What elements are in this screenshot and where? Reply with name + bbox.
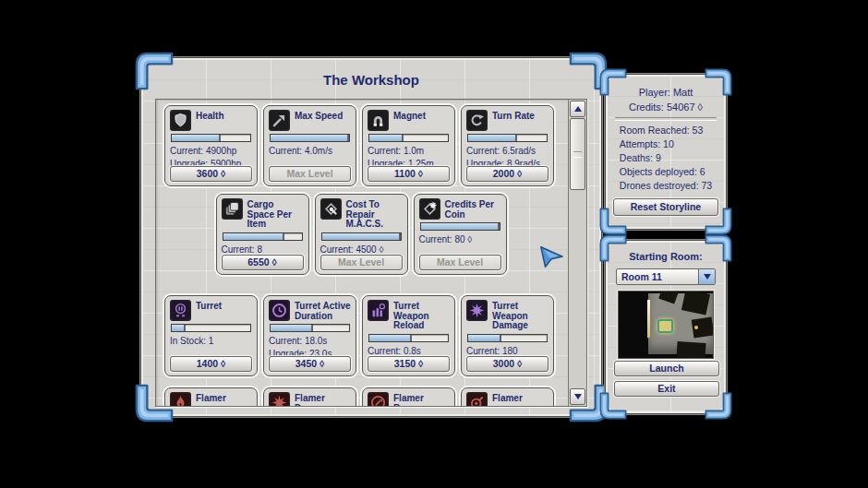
player-stat-line: Deaths: 9 <box>620 151 712 165</box>
launch-button[interactable]: Launch <box>614 361 719 376</box>
upgrade-buy-button[interactable]: 3000 ◊ <box>466 356 549 372</box>
upgrade-stat: Current: 4900hp <box>170 145 252 158</box>
upgrade-progress-bar <box>467 334 548 342</box>
starting-room-value: Room 11 <box>617 271 698 282</box>
upgrade-stat: Current: 1.0m <box>368 145 450 158</box>
repair-cost-icon <box>320 198 342 220</box>
upgrade-buy-button[interactable]: 1100 ◊ <box>368 166 450 182</box>
upgrade-name: Credits Per Coin <box>445 198 501 220</box>
upgrade-name: Flamer Damage <box>295 392 351 407</box>
scroll-down-button[interactable] <box>570 388 585 405</box>
upgrade-card: Max SpeedCurrent: 4.0m/sMax Level <box>263 105 356 186</box>
upgrade-card: Cost To Repair M.A.C.S.Current: 4500 ◊Ma… <box>315 194 408 275</box>
damage-burst-icon <box>466 300 488 321</box>
upgrade-scroll-area: HealthCurrent: 4900hpUpgrade: 5900hp3600… <box>155 99 587 407</box>
upgrade-progress-bar <box>467 134 548 142</box>
upgrade-progress-bar <box>171 134 251 142</box>
upgrade-card: Flamer <box>461 387 554 407</box>
starting-room-panel: Starting Room: Room 11 Launch Exit <box>605 240 727 414</box>
max-level-button: Max Level <box>269 166 351 182</box>
scrollbar[interactable] <box>568 100 586 406</box>
upgrade-card: Credits Per CoinCurrent: 80 ◊Max Level <box>414 194 507 275</box>
chevron-down-icon <box>704 274 711 280</box>
scroll-up-icon <box>574 106 582 112</box>
speed-arrow-icon <box>269 110 290 131</box>
credits-coin-icon <box>419 198 440 220</box>
scroll-up-button[interactable] <box>570 101 585 117</box>
upgrade-row: Flamer Flamer Damage Flamer Range Flamer <box>164 387 554 407</box>
upgrade-card: Turn RateCurrent: 6.5rad/sUpgrade: 8.9ra… <box>461 105 554 186</box>
upgrade-progress-bar <box>321 232 402 241</box>
upgrade-stat: Current: 4.0m/s <box>269 145 351 158</box>
reload-icon <box>368 300 389 321</box>
upgrade-name: Turret Weapon Damage <box>492 300 549 331</box>
upgrade-buy-button[interactable]: 6550 ◊ <box>222 255 304 270</box>
upgrade-card: Cargo Space Per ItemCurrent: 8Upgrade: 1… <box>216 194 309 275</box>
game-screen: The Workshop HealthCurrent: 4900hpUpgrad… <box>0 0 868 488</box>
player-stat-line: Room Reached: 53 <box>620 124 712 137</box>
room-light <box>647 300 650 337</box>
upgrade-stat: Current: 18.0s <box>269 335 351 348</box>
shield-icon <box>170 110 191 131</box>
upgrade-buy-button[interactable]: 2000 ◊ <box>466 166 549 182</box>
upgrade-name: Flamer <box>196 392 226 404</box>
upgrade-buy-button[interactable]: 1400 ◊ <box>170 356 252 372</box>
player-stat-line: Drones destroyed: 73 <box>620 179 712 193</box>
upgrade-card: Flamer Range <box>362 387 455 407</box>
upgrade-card: Turret Weapon ReloadCurrent: 0.8sUpgrade… <box>362 295 455 376</box>
upgrade-stat: Current: 80 ◊ <box>419 233 501 246</box>
upgrade-name: Turret Weapon Reload <box>393 300 450 331</box>
divider <box>615 117 716 121</box>
turret-icon <box>170 300 191 321</box>
reset-storyline-button[interactable]: Reset Storyline <box>613 198 718 216</box>
flamer-nozzle-icon <box>466 392 488 407</box>
damage-burst-icon <box>269 392 290 407</box>
upgrade-card: MagnetCurrent: 1.0mUpgrade: 1.25m1100 ◊ <box>362 105 455 186</box>
upgrade-buy-button[interactable]: 3150 ◊ <box>368 356 450 372</box>
player-stats-panel: Player: Matt Credits: 54067 ◊ Room Reach… <box>605 74 727 230</box>
upgrade-name: Turn Rate <box>492 110 535 122</box>
starting-room-label: Starting Room: <box>606 251 726 262</box>
upgrade-name: Flamer Range <box>393 392 450 407</box>
scrollbar-thumb[interactable] <box>570 118 585 190</box>
room-preview-image <box>618 291 714 359</box>
turn-rate-icon <box>466 110 488 131</box>
upgrade-progress-bar <box>270 324 350 332</box>
upgrade-name: Turret Active Duration <box>295 300 351 321</box>
upgrade-progress-bar <box>223 232 303 241</box>
upgrade-card: Turret Active DurationCurrent: 18.0sUpgr… <box>263 295 356 376</box>
credits-line: Credits: 54067 ◊ <box>629 100 703 114</box>
scroll-down-icon <box>574 394 582 399</box>
dropdown-button[interactable] <box>698 269 715 284</box>
upgrade-progress-bar <box>368 334 449 342</box>
stats-list: Room Reached: 53Attempts: 10Deaths: 9Obj… <box>620 124 712 193</box>
max-level-button: Max Level <box>320 255 403 270</box>
upgrade-stat: Current: 6.5rad/s <box>466 145 549 158</box>
exit-button[interactable]: Exit <box>614 381 719 397</box>
upgrade-buy-button[interactable]: 3450 ◊ <box>269 356 351 372</box>
room-player-sprite <box>657 319 673 333</box>
magnet-icon <box>368 110 389 131</box>
range-icon <box>368 392 389 407</box>
upgrade-row: TurretIn Stock: 11400 ◊ Turret Active Du… <box>164 295 554 376</box>
upgrade-name: Max Speed <box>295 110 343 122</box>
upgrade-name: Cargo Space Per Item <box>247 198 304 230</box>
clock-icon <box>269 300 290 321</box>
upgrade-card: Turret Weapon DamageCurrent: 180Upgrade:… <box>461 295 554 376</box>
cargo-stack-icon <box>222 198 243 220</box>
player-name-line: Player: Matt <box>639 85 693 100</box>
workshop-panel: The Workshop HealthCurrent: 4900hpUpgrad… <box>140 57 602 417</box>
room-crate <box>677 341 706 359</box>
upgrade-stat: Current: 8 <box>222 244 304 256</box>
upgrade-stat: Current: 4500 ◊ <box>320 244 403 256</box>
upgrade-buy-button[interactable]: 3600 ◊ <box>170 166 252 182</box>
upgrade-name: Turret <box>196 300 222 312</box>
starting-room-select[interactable]: Room 11 <box>616 268 716 285</box>
upgrade-card: HealthCurrent: 4900hpUpgrade: 5900hp3600… <box>164 105 258 186</box>
upgrade-card: Flamer <box>164 387 258 407</box>
upgrade-stat: Current: 0.8s <box>368 345 450 358</box>
player-stat-line: Objects deployed: 6 <box>620 165 712 179</box>
upgrade-progress-bar <box>270 134 350 142</box>
flame-icon <box>170 392 191 407</box>
upgrade-name: Flamer <box>492 392 523 404</box>
